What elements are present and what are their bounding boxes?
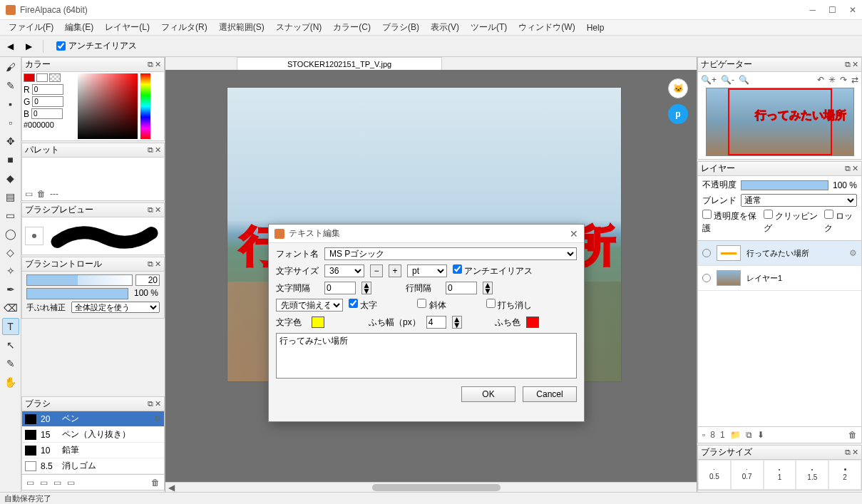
brushsize-cell[interactable]: 1.5	[796, 460, 828, 490]
float-cat-icon[interactable]: 🐱	[668, 78, 688, 98]
menu-tool[interactable]: ツール(T)	[465, 21, 513, 34]
strokecolor-swatch[interactable]	[526, 317, 539, 328]
aa-checkbox[interactable]: アンチエイリアス	[453, 264, 533, 277]
bucket-tool-icon[interactable]: ◆	[2, 170, 19, 187]
panel-dock-icon[interactable]: ⧉	[148, 145, 153, 155]
brush-row[interactable]: 10鉛筆	[22, 443, 164, 458]
brushsize-cell[interactable]: 2	[828, 460, 861, 490]
antialias-checkbox[interactable]: アンチエイリアス	[56, 40, 137, 52]
pointer-tool-icon[interactable]: ↖	[2, 336, 19, 354]
brush-size-value[interactable]: 20	[135, 274, 160, 286]
color-picker[interactable]	[78, 73, 138, 139]
textcolor-swatch[interactable]	[312, 317, 324, 328]
gradient-tool-icon[interactable]: ▤	[2, 188, 19, 205]
brush-row[interactable]: 20ペン⚙	[22, 411, 164, 427]
hue-bar[interactable]	[140, 73, 150, 139]
panel-close-icon[interactable]: ✕	[155, 145, 161, 155]
brush-delete-icon[interactable]: 🗑	[151, 478, 160, 488]
brush-add-icon[interactable]: ▭	[26, 478, 34, 488]
panel-close-icon[interactable]: ✕	[852, 164, 858, 173]
rotate-reset-icon[interactable]: ✳	[828, 75, 836, 85]
transparent-swatch[interactable]	[49, 73, 61, 82]
delete-layer-icon[interactable]: 🗑	[848, 430, 857, 440]
menu-color[interactable]: カラー(C)	[327, 21, 376, 34]
charspace-input[interactable]	[324, 282, 356, 294]
panel-close-icon[interactable]: ✕	[852, 448, 858, 457]
layer-row[interactable]: 行ってみたい場所 ⚙	[698, 241, 861, 266]
hand-tool-icon[interactable]: ✋	[2, 374, 19, 391]
brush-size-slider[interactable]	[26, 274, 133, 286]
menu-file[interactable]: ファイル(F)	[3, 21, 59, 34]
panel-close-icon[interactable]: ✕	[852, 60, 858, 69]
foreground-swatch[interactable]	[24, 73, 35, 82]
new-folder-icon[interactable]: 📁	[730, 430, 741, 440]
strike-checkbox[interactable]: 打ち消し	[486, 299, 532, 312]
brush-row[interactable]: 8.5消しゴム	[22, 458, 164, 474]
zoom-fit-icon[interactable]: 🔍	[739, 75, 749, 85]
palette-delete-icon[interactable]: 🗑	[37, 189, 46, 199]
redo-button[interactable]: ▶	[21, 39, 36, 53]
panel-close-icon[interactable]: ✕	[155, 60, 161, 69]
new-layer-icon[interactable]: ▫	[702, 430, 705, 440]
panel-dock-icon[interactable]: ⧉	[148, 399, 153, 408]
pencil-tool-icon[interactable]: ✎	[2, 77, 19, 94]
g-input[interactable]	[32, 96, 63, 107]
opacity-slider[interactable]	[741, 180, 828, 190]
dot-tool-icon[interactable]: ▪	[2, 96, 19, 113]
move-tool-icon[interactable]: ✥	[2, 133, 19, 150]
zoom-out-icon[interactable]: 🔍-	[721, 75, 734, 85]
menu-snap[interactable]: スナップ(N)	[270, 21, 328, 34]
align-select[interactable]: 先頭で揃える	[276, 299, 343, 312]
lock-checkbox[interactable]: ロック	[824, 210, 857, 235]
size-plus-button[interactable]: +	[389, 264, 401, 277]
menu-edit[interactable]: 編集(E)	[59, 21, 99, 34]
linespace-spinner[interactable]: ▲▼	[483, 282, 493, 294]
rotate-left-icon[interactable]: ↶	[817, 75, 824, 85]
float-pixiv-icon[interactable]: p	[668, 104, 688, 124]
text-input[interactable]: 行ってみたい場所	[276, 333, 577, 379]
italic-checkbox[interactable]: 斜体	[417, 299, 446, 312]
rect-select-tool-icon[interactable]: ▭	[2, 207, 19, 224]
close-button[interactable]: ✕	[849, 5, 856, 15]
gear-icon[interactable]: ⚙	[154, 414, 161, 423]
b-input[interactable]	[31, 108, 63, 119]
brush-opacity-slider[interactable]	[26, 288, 128, 299]
panel-dock-icon[interactable]: ⧉	[845, 60, 851, 69]
palette-add-icon[interactable]: ▭	[25, 189, 33, 199]
text-tool-icon[interactable]: T	[2, 318, 19, 335]
panel-dock-icon[interactable]: ⧉	[845, 164, 851, 173]
layer-visibility-icon[interactable]	[702, 274, 711, 282]
horizontal-scrollbar[interactable]: ◀	[165, 482, 697, 492]
panel-dock-icon[interactable]: ⧉	[148, 205, 153, 215]
merge-layer-icon[interactable]: ⬇	[757, 430, 764, 440]
pen-select-tool-icon[interactable]: ✒	[2, 281, 19, 298]
flip-icon[interactable]: ⇄	[851, 75, 858, 85]
panel-close-icon[interactable]: ✕	[155, 399, 161, 408]
brush-tool-icon[interactable]: 🖌	[2, 58, 19, 76]
menu-window[interactable]: ウィンドウ(W)	[513, 21, 580, 34]
menu-view[interactable]: 表示(V)	[425, 21, 465, 34]
antialias-check-input[interactable]	[56, 41, 66, 51]
panel-dock-icon[interactable]: ⧉	[845, 448, 851, 457]
stabilize-select[interactable]: 全体設定を使う	[71, 302, 160, 313]
charspace-spinner[interactable]: ▲▼	[361, 282, 371, 294]
brushsize-cell[interactable]: 1	[764, 460, 796, 490]
document-tab[interactable]: STOCKER1202151_TP_V.jpg	[237, 57, 442, 70]
alpha-lock-checkbox[interactable]: 透明度を保護	[702, 210, 758, 235]
brush-add2-icon[interactable]: ▭	[40, 478, 48, 488]
r-input[interactable]	[32, 84, 63, 95]
new-layer8-icon[interactable]: 8	[710, 430, 715, 440]
brushsize-cell[interactable]: 0.5	[698, 460, 731, 490]
eyedropper-tool-icon[interactable]: ✎	[2, 355, 19, 372]
menu-help[interactable]: Help	[581, 23, 610, 33]
clipping-checkbox[interactable]: クリッピング	[764, 210, 819, 235]
gear-icon[interactable]: ⚙	[849, 248, 857, 258]
eraser2-tool-icon[interactable]: ⌫	[2, 299, 19, 317]
ellipse-select-tool-icon[interactable]: ◯	[2, 225, 19, 242]
panel-dock-icon[interactable]: ⧉	[148, 259, 153, 269]
menu-filter[interactable]: フィルタ(R)	[155, 21, 213, 34]
undo-button[interactable]: ◀	[3, 39, 17, 53]
navigator-thumbnail[interactable]: 行ってみたい場所	[706, 88, 854, 156]
rotate-right-icon[interactable]: ↷	[840, 75, 847, 85]
bold-checkbox[interactable]: 太字	[349, 299, 377, 312]
